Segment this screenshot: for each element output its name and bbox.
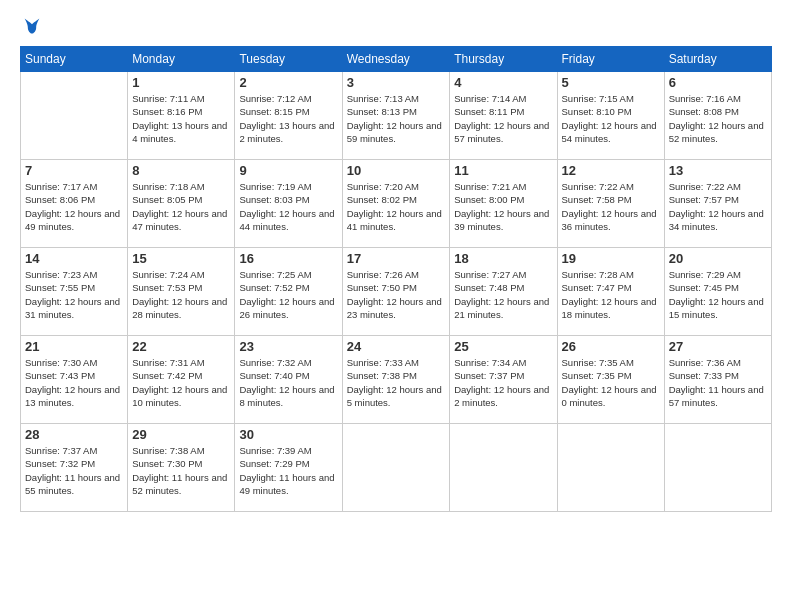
day-number: 9 [239,163,337,178]
sunrise-text: Sunrise: 7:17 AM [25,181,97,192]
daylight-text: Daylight: 12 hours and 0 minutes. [562,384,657,408]
sunset-text: Sunset: 7:43 PM [25,370,95,381]
daylight-text: Daylight: 13 hours and 4 minutes. [132,120,227,144]
daylight-text: Daylight: 12 hours and 54 minutes. [562,120,657,144]
day-number: 3 [347,75,446,90]
day-number: 13 [669,163,767,178]
cell-content: Sunrise: 7:39 AMSunset: 7:29 PMDaylight:… [239,444,337,497]
day-number: 22 [132,339,230,354]
sunrise-text: Sunrise: 7:24 AM [132,269,204,280]
day-number: 26 [562,339,660,354]
sunrise-text: Sunrise: 7:28 AM [562,269,634,280]
sunrise-text: Sunrise: 7:39 AM [239,445,311,456]
daylight-text: Daylight: 11 hours and 55 minutes. [25,472,120,496]
day-number: 11 [454,163,552,178]
cell-content: Sunrise: 7:24 AMSunset: 7:53 PMDaylight:… [132,268,230,321]
week-row-3: 14Sunrise: 7:23 AMSunset: 7:55 PMDayligh… [21,248,772,336]
calendar-cell: 12Sunrise: 7:22 AMSunset: 7:58 PMDayligh… [557,160,664,248]
sunset-text: Sunset: 8:08 PM [669,106,739,117]
sunset-text: Sunset: 7:29 PM [239,458,309,469]
cell-content: Sunrise: 7:34 AMSunset: 7:37 PMDaylight:… [454,356,552,409]
calendar-cell: 14Sunrise: 7:23 AMSunset: 7:55 PMDayligh… [21,248,128,336]
sunrise-text: Sunrise: 7:29 AM [669,269,741,280]
day-number: 16 [239,251,337,266]
day-number: 21 [25,339,123,354]
daylight-text: Daylight: 12 hours and 13 minutes. [25,384,120,408]
cell-content: Sunrise: 7:18 AMSunset: 8:05 PMDaylight:… [132,180,230,233]
logo [20,16,42,36]
cell-content: Sunrise: 7:23 AMSunset: 7:55 PMDaylight:… [25,268,123,321]
cell-content: Sunrise: 7:15 AMSunset: 8:10 PMDaylight:… [562,92,660,145]
sunset-text: Sunset: 8:15 PM [239,106,309,117]
cell-content: Sunrise: 7:30 AMSunset: 7:43 PMDaylight:… [25,356,123,409]
calendar-cell: 22Sunrise: 7:31 AMSunset: 7:42 PMDayligh… [128,336,235,424]
cell-content: Sunrise: 7:13 AMSunset: 8:13 PMDaylight:… [347,92,446,145]
calendar-cell: 4Sunrise: 7:14 AMSunset: 8:11 PMDaylight… [450,72,557,160]
sunrise-text: Sunrise: 7:18 AM [132,181,204,192]
sunrise-text: Sunrise: 7:36 AM [669,357,741,368]
daylight-text: Daylight: 12 hours and 31 minutes. [25,296,120,320]
sunset-text: Sunset: 8:11 PM [454,106,524,117]
sunset-text: Sunset: 7:52 PM [239,282,309,293]
calendar-table: SundayMondayTuesdayWednesdayThursdayFrid… [20,46,772,512]
day-header-sunday: Sunday [21,47,128,72]
calendar-cell: 2Sunrise: 7:12 AMSunset: 8:15 PMDaylight… [235,72,342,160]
day-number: 2 [239,75,337,90]
day-header-thursday: Thursday [450,47,557,72]
cell-content: Sunrise: 7:29 AMSunset: 7:45 PMDaylight:… [669,268,767,321]
daylight-text: Daylight: 12 hours and 26 minutes. [239,296,334,320]
day-number: 4 [454,75,552,90]
daylight-text: Daylight: 12 hours and 2 minutes. [454,384,549,408]
cell-content: Sunrise: 7:25 AMSunset: 7:52 PMDaylight:… [239,268,337,321]
day-number: 5 [562,75,660,90]
cell-content: Sunrise: 7:19 AMSunset: 8:03 PMDaylight:… [239,180,337,233]
calendar-cell: 9Sunrise: 7:19 AMSunset: 8:03 PMDaylight… [235,160,342,248]
sunset-text: Sunset: 7:33 PM [669,370,739,381]
sunrise-text: Sunrise: 7:32 AM [239,357,311,368]
cell-content: Sunrise: 7:32 AMSunset: 7:40 PMDaylight:… [239,356,337,409]
sunrise-text: Sunrise: 7:23 AM [25,269,97,280]
daylight-text: Daylight: 12 hours and 49 minutes. [25,208,120,232]
cell-content: Sunrise: 7:27 AMSunset: 7:48 PMDaylight:… [454,268,552,321]
calendar-cell: 10Sunrise: 7:20 AMSunset: 8:02 PMDayligh… [342,160,450,248]
sunset-text: Sunset: 7:57 PM [669,194,739,205]
sunset-text: Sunset: 8:00 PM [454,194,524,205]
sunrise-text: Sunrise: 7:16 AM [669,93,741,104]
calendar-cell: 8Sunrise: 7:18 AMSunset: 8:05 PMDaylight… [128,160,235,248]
calendar-cell: 15Sunrise: 7:24 AMSunset: 7:53 PMDayligh… [128,248,235,336]
calendar-cell: 28Sunrise: 7:37 AMSunset: 7:32 PMDayligh… [21,424,128,512]
day-number: 27 [669,339,767,354]
daylight-text: Daylight: 12 hours and 34 minutes. [669,208,764,232]
calendar-cell: 21Sunrise: 7:30 AMSunset: 7:43 PMDayligh… [21,336,128,424]
sunrise-text: Sunrise: 7:14 AM [454,93,526,104]
calendar-cell: 27Sunrise: 7:36 AMSunset: 7:33 PMDayligh… [664,336,771,424]
sunrise-text: Sunrise: 7:38 AM [132,445,204,456]
daylight-text: Daylight: 12 hours and 52 minutes. [669,120,764,144]
cell-content: Sunrise: 7:33 AMSunset: 7:38 PMDaylight:… [347,356,446,409]
day-number: 19 [562,251,660,266]
sunset-text: Sunset: 8:06 PM [25,194,95,205]
day-number: 1 [132,75,230,90]
sunset-text: Sunset: 8:13 PM [347,106,417,117]
cell-content: Sunrise: 7:14 AMSunset: 8:11 PMDaylight:… [454,92,552,145]
sunset-text: Sunset: 7:32 PM [25,458,95,469]
cell-content: Sunrise: 7:22 AMSunset: 7:58 PMDaylight:… [562,180,660,233]
sunset-text: Sunset: 7:30 PM [132,458,202,469]
cell-content: Sunrise: 7:35 AMSunset: 7:35 PMDaylight:… [562,356,660,409]
day-number: 20 [669,251,767,266]
daylight-text: Daylight: 12 hours and 10 minutes. [132,384,227,408]
calendar-cell: 18Sunrise: 7:27 AMSunset: 7:48 PMDayligh… [450,248,557,336]
sunset-text: Sunset: 8:05 PM [132,194,202,205]
day-header-saturday: Saturday [664,47,771,72]
header [20,16,772,36]
sunset-text: Sunset: 8:10 PM [562,106,632,117]
sunrise-text: Sunrise: 7:35 AM [562,357,634,368]
week-row-4: 21Sunrise: 7:30 AMSunset: 7:43 PMDayligh… [21,336,772,424]
day-number: 29 [132,427,230,442]
sunset-text: Sunset: 7:47 PM [562,282,632,293]
calendar-cell: 7Sunrise: 7:17 AMSunset: 8:06 PMDaylight… [21,160,128,248]
sunrise-text: Sunrise: 7:31 AM [132,357,204,368]
sunrise-text: Sunrise: 7:26 AM [347,269,419,280]
sunrise-text: Sunrise: 7:25 AM [239,269,311,280]
day-number: 25 [454,339,552,354]
